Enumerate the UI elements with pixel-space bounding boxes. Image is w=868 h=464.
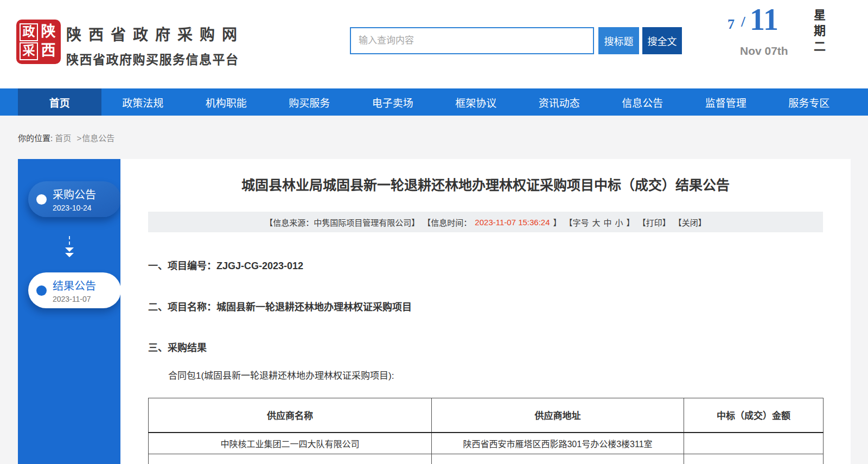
table-row: 中陕核工业集团二一四大队有限公司 陕西省西安市雁塔区西影路301号办公楼3楼31… bbox=[149, 433, 824, 454]
table-header-award-amount: 中标（成交）金额 bbox=[684, 398, 824, 433]
breadcrumb-separator: > bbox=[77, 134, 82, 143]
timeline-step-purchase-announcement[interactable]: 采购公告 2023-10-24 bbox=[28, 181, 121, 217]
step-dot-icon bbox=[36, 194, 47, 205]
logo-char: 西 bbox=[39, 42, 58, 60]
section-project-number: 一、项目编号：ZJGJ-CG-2023-012 bbox=[148, 258, 303, 272]
nav-item-news[interactable]: 资讯动态 bbox=[518, 88, 601, 116]
date-slash: / bbox=[741, 13, 745, 30]
site-logo[interactable]: 政 陕 采 西 bbox=[16, 20, 61, 64]
contract-package-line: 合同包1(城固县新一轮退耕还林地办理林权证采购项目): bbox=[168, 368, 394, 382]
info-time-label: 【信息时间： bbox=[423, 217, 471, 228]
timeline-sidebar: 采购公告 2023-10-24 结果公告 2023-11-07 bbox=[18, 159, 120, 464]
nav-item-supervision[interactable]: 监督管理 bbox=[684, 88, 768, 116]
timeline-arrow-icon bbox=[18, 236, 120, 257]
cell-supplier-name: 中陕核工业集团二一四大队有限公司 bbox=[149, 433, 432, 454]
print-button[interactable]: 【打印】 bbox=[638, 217, 671, 228]
nav-item-policy[interactable]: 政策法规 bbox=[101, 88, 185, 116]
table-header-supplier-address: 供应商地址 bbox=[432, 398, 684, 433]
search-title-button[interactable]: 搜标题 bbox=[598, 27, 639, 54]
breadcrumb: 你的位置: 首页 >信息公告 bbox=[18, 132, 114, 143]
article-title: 城固县林业局城固县新一轮退耕还林地办理林权证采购项目中标（成交）结果公告 bbox=[120, 174, 851, 194]
nav-item-service-zone[interactable]: 服务专区 bbox=[768, 88, 851, 116]
info-time-close: 】 bbox=[553, 217, 561, 228]
logo-char: 政 bbox=[20, 23, 38, 41]
date-weekday: 星期二 bbox=[809, 9, 827, 56]
nav-item-home[interactable]: 首页 bbox=[18, 88, 101, 116]
date-english: Nov 07th bbox=[740, 45, 788, 58]
step-label: 结果公告 bbox=[53, 277, 96, 293]
cell-supplier-address: 陕西省西安市雁塔区西影路301号办公楼3楼311室 bbox=[432, 433, 684, 454]
site-subtitle: 陕西省政府购买服务信息平台 bbox=[66, 49, 244, 68]
step-date: 2023-10-24 bbox=[53, 204, 96, 212]
table-header-supplier-name: 供应商名称 bbox=[149, 398, 432, 433]
fontsize-large-button[interactable]: 大 bbox=[592, 217, 601, 228]
search-input[interactable] bbox=[350, 27, 594, 54]
table-row-partial bbox=[149, 454, 824, 464]
site-titles: 陕西省政府采购网 陕西省政府购买服务信息平台 bbox=[66, 23, 244, 68]
breadcrumb-home-link[interactable]: 首页 bbox=[55, 134, 71, 143]
nav-item-organization[interactable]: 机构职能 bbox=[184, 88, 268, 116]
date-day-big: 11 bbox=[750, 2, 778, 37]
breadcrumb-label: 你的位置: bbox=[18, 134, 53, 143]
logo-char: 陕 bbox=[39, 23, 58, 41]
cell-award-amount bbox=[684, 433, 824, 454]
close-button[interactable]: 【关闭】 bbox=[674, 217, 706, 228]
search-fulltext-button[interactable]: 搜全文 bbox=[642, 27, 682, 54]
result-table: 供应商名称 供应商地址 中标（成交）金额 中陕核工业集团二一四大队有限公司 陕西… bbox=[148, 398, 824, 464]
timeline-step-result-announcement[interactable]: 结果公告 2023-11-07 bbox=[28, 272, 121, 308]
info-timestamp: 2023-11-07 15:36:24 bbox=[475, 218, 550, 227]
section-project-name: 二、项目名称：城固县新一轮退耕还林地办理林权证采购项目 bbox=[148, 299, 412, 313]
section-procurement-result: 三、采购结果 bbox=[148, 340, 207, 354]
nav-item-e-mall[interactable]: 电子卖场 bbox=[351, 88, 435, 116]
main-nav: 首页 政策法规 机构职能 购买服务 电子卖场 框架协议 资讯动态 信息公告 监督… bbox=[0, 88, 868, 116]
info-source: 【信息来源：中隽国际项目管理有限公司】 bbox=[265, 217, 419, 228]
step-date: 2023-11-07 bbox=[53, 295, 96, 303]
article-info-bar: 【信息来源：中隽国际项目管理有限公司】 【信息时间： 2023-11-07 15… bbox=[148, 212, 823, 232]
table-header-row: 供应商名称 供应商地址 中标（成交）金额 bbox=[149, 398, 824, 433]
step-label: 采购公告 bbox=[53, 186, 96, 202]
site-name: 陕西省政府采购网 bbox=[66, 23, 244, 45]
breadcrumb-current-link[interactable]: 信息公告 bbox=[82, 134, 114, 143]
nav-item-framework-agreement[interactable]: 框架协议 bbox=[435, 88, 518, 116]
logo-char: 采 bbox=[20, 42, 38, 60]
fontsize-small-button[interactable]: 小 bbox=[615, 217, 623, 228]
step-dot-icon bbox=[36, 285, 47, 296]
fontsize-label: 【字号 bbox=[565, 217, 589, 228]
site-header: 政 陕 采 西 陕西省政府采购网 陕西省政府购买服务信息平台 搜标题 搜全文 7… bbox=[0, 0, 868, 88]
fontsize-close: 】 bbox=[627, 217, 635, 228]
article-content: 城固县林业局城固县新一轮退耕还林地办理林权证采购项目中标（成交）结果公告 【信息… bbox=[120, 159, 851, 464]
nav-item-announcements[interactable]: 信息公告 bbox=[601, 88, 685, 116]
nav-item-purchase-service[interactable]: 购买服务 bbox=[268, 88, 352, 116]
date-day-small: 7 bbox=[727, 16, 735, 33]
fontsize-medium-button[interactable]: 中 bbox=[604, 217, 612, 228]
page: 政 陕 采 西 陕西省政府采购网 陕西省政府购买服务信息平台 搜标题 搜全文 7… bbox=[0, 0, 868, 464]
